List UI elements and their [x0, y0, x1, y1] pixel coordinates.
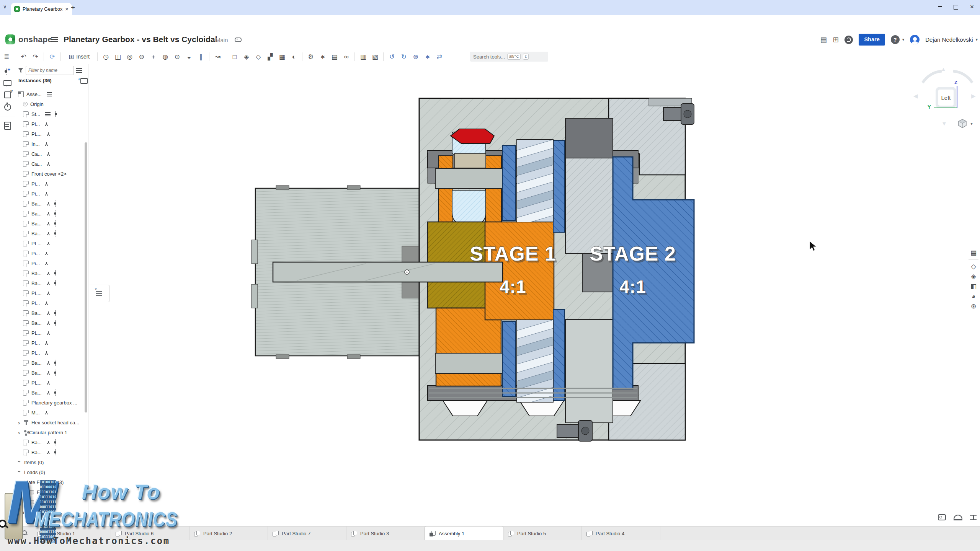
view-options-cube-icon[interactable] — [957, 119, 967, 129]
mc-mate-icon[interactable] — [55, 230, 57, 236]
instance-row[interactable]: PL...Y — [15, 378, 88, 388]
instance-row[interactable]: Pi...Y — [15, 189, 88, 199]
rotate-down-arrow[interactable]: ▼ — [941, 120, 947, 127]
cylindrical-mate-icon[interactable]: ⊙ — [173, 54, 181, 60]
instance-row[interactable]: St... — [15, 109, 88, 119]
instance-row[interactable]: Pi...Y — [15, 179, 88, 189]
view-cube[interactable]: ▲ ◀ ▶ ▼ Left Z Y ▾ — [913, 66, 980, 137]
rev-mate-icon[interactable]: Y — [47, 440, 50, 445]
ground-mate-icon[interactable] — [47, 92, 52, 96]
new-tab-button[interactable]: + — [71, 3, 75, 12]
implicit-mate-connector-icon[interactable]: ◇ — [255, 54, 262, 60]
fastened-mate-icon[interactable]: ◫ — [114, 54, 121, 60]
structure-tree-icon[interactable]: ≣ — [4, 52, 9, 60]
rev-mate-icon[interactable]: Y — [47, 450, 50, 455]
section-chevron-icon[interactable]: › — [17, 461, 23, 464]
ball-mate-icon[interactable]: ◍ — [162, 54, 169, 60]
instance-row[interactable]: Front cover <2> — [15, 169, 88, 179]
rev-mate-icon[interactable]: Y — [47, 360, 50, 365]
mc-mate-icon[interactable] — [55, 320, 57, 326]
section-row[interactable]: ›Fast... — [15, 497, 88, 507]
help-button[interactable]: ? — [891, 35, 900, 44]
planar-mate-icon[interactable]: + — [150, 54, 157, 60]
window-close-button[interactable]: × — [968, 3, 976, 11]
instance-row[interactable]: PL...Y — [15, 129, 88, 139]
revolve-icon[interactable]: ↻ — [400, 54, 407, 60]
instance-row[interactable]: PL...Y — [15, 328, 88, 338]
mc-mate-icon[interactable] — [55, 210, 57, 217]
rack-pinion-relation-icon[interactable]: ▤ — [331, 54, 338, 60]
named-positions-icon[interactable]: ◷ — [102, 54, 109, 60]
mate-connector-list-icon[interactable] — [6, 68, 12, 75]
gear-relation-icon[interactable]: ⚙ — [307, 54, 314, 60]
rev-mate-icon[interactable]: Y — [47, 231, 50, 236]
comparison-icon[interactable]: ▧ — [371, 54, 379, 60]
explode-icon[interactable]: ∗ — [424, 54, 431, 60]
rev-mate-icon[interactable]: Y — [47, 390, 50, 395]
expand-chevron-icon[interactable]: › — [18, 430, 21, 435]
learning-center-icon[interactable] — [844, 36, 853, 44]
rev-mate-icon[interactable]: Y — [47, 201, 50, 206]
replicate-icon[interactable]: ▞ — [266, 54, 274, 60]
update-icon[interactable]: ⟳ — [49, 54, 56, 60]
instance-row[interactable]: Ba...Y — [15, 358, 88, 368]
redo-icon[interactable]: ↷ — [32, 54, 39, 60]
user-menu-caret-icon[interactable]: ▾ — [975, 37, 978, 42]
instance-row[interactable]: M...Y — [15, 408, 88, 417]
add-tab-button[interactable]: + — [9, 529, 13, 537]
instance-row[interactable]: Ba...Y — [15, 388, 88, 398]
document-tab-part-studio-4[interactable]: Part Studio 4 — [582, 527, 660, 540]
mc-mate-icon[interactable] — [55, 390, 57, 396]
document-menu-icon[interactable] — [51, 37, 58, 42]
rotate-left-arrow[interactable]: ◀ — [913, 93, 918, 99]
instance-row[interactable]: ›Circular pattern 1 — [15, 427, 88, 437]
instance-row[interactable]: ›Hex socket head ca... — [15, 417, 88, 427]
workspace-label[interactable]: Main — [216, 37, 228, 43]
instance-row[interactable]: Ba...Y — [15, 218, 88, 228]
help-caret-icon[interactable]: ▾ — [902, 37, 905, 42]
bom-icon[interactable]: ▥ — [359, 54, 367, 60]
rev-mate-icon[interactable]: Y — [45, 122, 48, 127]
explode-slider-icon[interactable]: ⊛ — [971, 303, 976, 310]
snapshot-icon[interactable]: ▦ — [278, 54, 286, 60]
rev-mate-icon[interactable]: Y — [47, 321, 50, 326]
share-button[interactable]: Share — [859, 34, 885, 46]
protractor-icon[interactable] — [954, 515, 962, 520]
group-icon[interactable]: □ — [231, 54, 238, 60]
doc-properties-icon[interactable]: ▤ — [820, 35, 827, 44]
instance-row[interactable]: Ca...Y — [15, 159, 88, 169]
history-icon[interactable] — [4, 104, 11, 111]
rev-mate-icon[interactable]: Y — [47, 370, 50, 375]
rev-mate-icon[interactable]: Y — [45, 410, 48, 415]
rotate-right-arrow[interactable]: ▶ — [971, 93, 976, 99]
rev-mate-icon[interactable]: Y — [45, 341, 48, 346]
onshape-logo[interactable]: onshape — [5, 34, 52, 44]
gearbox-cross-section[interactable]: STAGE 1 STAGE 1 4:1 4:1 STAGE 2 STAGE 2 … — [251, 94, 702, 450]
instance-row[interactable]: Origin — [15, 99, 88, 109]
rev-mate-icon[interactable]: Y — [45, 191, 48, 196]
hide-parts-icon[interactable]: ◈ — [971, 273, 976, 280]
rev-mate-icon[interactable]: Y — [45, 142, 48, 147]
document-tab-part-studio-5[interactable]: Part Studio 5 — [503, 527, 582, 540]
belt-relation-icon[interactable]: ∞ — [343, 54, 350, 60]
mc-mate-icon[interactable] — [55, 310, 57, 316]
section-row[interactable]: ›Fast... — [15, 487, 88, 497]
rev-mate-icon[interactable]: Y — [47, 271, 50, 276]
mc-mate-icon[interactable] — [55, 201, 57, 207]
cut-list-icon[interactable] — [4, 122, 11, 130]
view-cube-face[interactable]: Left — [936, 87, 956, 108]
panel-collapse-handle[interactable] — [88, 285, 109, 302]
rev-mate-icon[interactable]: Y — [47, 221, 50, 226]
window-maximize-button[interactable] — [952, 3, 960, 11]
panel-scrollbar[interactable] — [85, 142, 87, 412]
animate-icon[interactable]: ↺ — [388, 54, 395, 60]
document-tab-part-studio-2[interactable]: Part Studio 2 — [189, 527, 268, 540]
rotate-arc-arrows[interactable] — [913, 68, 980, 87]
instance-row[interactable]: Ba...Y — [15, 268, 88, 278]
measure-tape-icon[interactable] — [938, 514, 946, 520]
app-store-icon[interactable]: ⊞ — [833, 35, 839, 44]
user-avatar[interactable] — [910, 35, 920, 44]
mc-mate-icon[interactable] — [55, 449, 57, 455]
tab-search-icon[interactable]: ∨ — [3, 4, 7, 10]
comments-icon[interactable] — [3, 80, 11, 86]
